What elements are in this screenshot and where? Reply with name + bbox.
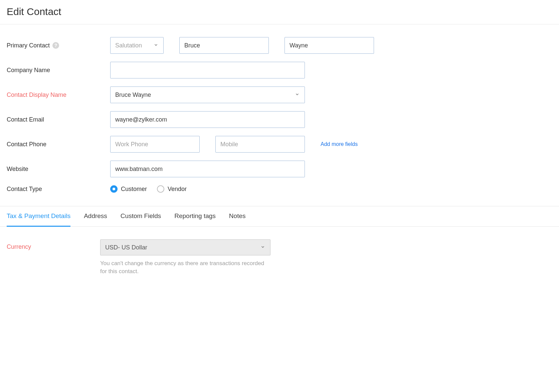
row-display-name: Contact Display Name [7,86,552,103]
row-company-name: Company Name [7,62,552,78]
last-name-input[interactable] [285,37,374,54]
page-title: Edit Contact [7,6,552,17]
salutation-select-wrap [110,37,164,54]
help-icon[interactable]: ? [52,42,59,49]
fields-primary-contact [110,37,374,54]
display-name-select-wrap [110,86,305,103]
page-root: Edit Contact Primary Contact ? Com [0,0,559,392]
display-name-select[interactable] [110,86,305,103]
tab-address[interactable]: Address [84,206,107,227]
label-currency: Currency [7,239,100,250]
tab-tax-payment[interactable]: Tax & Payment Details [7,206,70,227]
fields-website [110,161,305,177]
label-contact-type: Contact Type [7,186,110,193]
label-email: Contact Email [7,116,110,123]
label-primary-contact: Primary Contact ? [7,42,110,49]
row-email: Contact Email [7,111,552,128]
radio-customer[interactable]: Customer [110,185,147,193]
fields-company-name [110,62,305,78]
tab-notes[interactable]: Notes [229,206,246,227]
tab-reporting-tags[interactable]: Reporting tags [174,206,216,227]
label-company-name: Company Name [7,67,110,74]
tabs-section: Tax & Payment Details Address Custom Fie… [0,206,559,227]
radio-circle-checked-icon [110,185,118,193]
salutation-select[interactable] [110,37,164,54]
label-display-name: Contact Display Name [7,91,110,99]
email-input[interactable] [110,111,305,128]
label-website: Website [7,166,110,173]
page-header: Edit Contact [0,0,559,24]
currency-select-wrap [100,239,270,255]
fields-email [110,111,305,128]
label-primary-contact-text: Primary Contact [7,42,50,49]
fields-display-name [110,86,305,103]
fields-contact-type: Customer Vendor [110,185,187,193]
row-currency: Currency You can't change the currency a… [7,239,552,275]
label-phone: Contact Phone [7,141,110,148]
tabs: Tax & Payment Details Address Custom Fie… [7,206,552,226]
form-body: Primary Contact ? Company Name [0,24,559,206]
contact-type-radio-group: Customer Vendor [110,185,187,193]
first-name-input[interactable] [179,37,269,54]
radio-vendor-label: Vendor [168,186,187,193]
radio-circle-icon [157,185,164,193]
row-phone: Contact Phone Add more fields [7,136,552,153]
company-name-input[interactable] [110,62,305,78]
tab-content-tax-payment: Currency You can't change the currency a… [0,227,559,296]
row-website: Website [7,161,552,177]
currency-select [100,239,270,255]
add-more-fields-link[interactable]: Add more fields [321,141,358,147]
row-primary-contact: Primary Contact ? [7,37,552,54]
work-phone-input[interactable] [110,136,200,153]
row-contact-type: Contact Type Customer Vendor [7,185,552,193]
fields-phone: Add more fields [110,136,358,153]
mobile-phone-input[interactable] [215,136,305,153]
fields-currency: You can't change the currency as there a… [100,239,270,275]
radio-customer-label: Customer [121,186,147,193]
tab-custom-fields[interactable]: Custom Fields [121,206,161,227]
currency-help-text: You can't change the currency as there a… [100,259,270,275]
website-input[interactable] [110,161,305,177]
radio-vendor[interactable]: Vendor [157,185,187,193]
